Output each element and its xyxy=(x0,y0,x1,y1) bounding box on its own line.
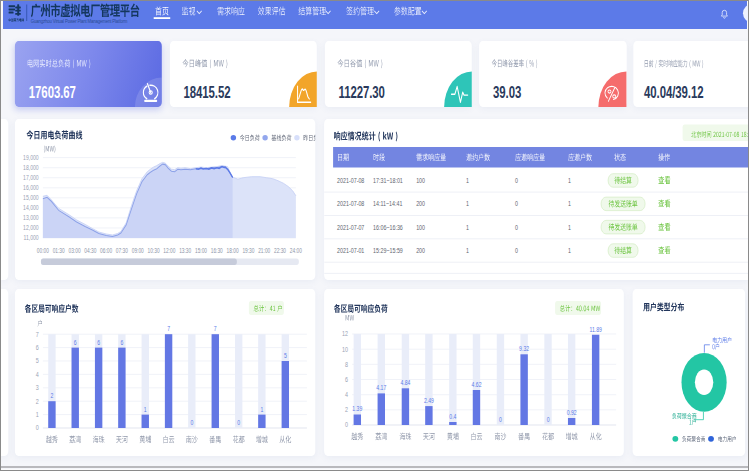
svg-text:200: 200 xyxy=(416,200,425,208)
svg-text:6: 6 xyxy=(36,343,39,351)
svg-text:6: 6 xyxy=(74,338,77,346)
svg-text:6: 6 xyxy=(97,338,100,346)
svg-text:1.39: 1.39 xyxy=(352,405,362,413)
svg-text:16:06~16:36: 16:06~16:36 xyxy=(373,223,403,231)
svg-text:2021-07-08: 2021-07-08 xyxy=(337,200,365,208)
svg-text:2021-07-07: 2021-07-07 xyxy=(337,223,365,231)
svg-text:0: 0 xyxy=(499,415,502,423)
svg-text:2.49: 2.49 xyxy=(424,396,434,404)
svg-text:22:30: 22:30 xyxy=(274,247,286,254)
svg-text:9.32: 9.32 xyxy=(519,344,529,352)
svg-text:1: 1 xyxy=(36,410,39,418)
svg-text:100: 100 xyxy=(416,176,425,184)
svg-text:0: 0 xyxy=(515,200,518,208)
svg-text:17,000: 17,000 xyxy=(23,173,39,181)
svg-text:2021-07-01: 2021-07-01 xyxy=(337,246,365,254)
svg-text:12:00: 12:00 xyxy=(163,247,175,254)
svg-text:3: 3 xyxy=(36,383,39,391)
svg-text:11,000: 11,000 xyxy=(24,234,40,242)
svg-text:1: 1 xyxy=(568,176,571,184)
svg-text:21:00: 21:00 xyxy=(258,247,270,254)
svg-text:15,000: 15,000 xyxy=(23,193,39,201)
svg-text:4.84: 4.84 xyxy=(400,378,410,386)
svg-text:7: 7 xyxy=(167,324,170,332)
svg-text:0: 0 xyxy=(547,415,550,423)
svg-text:1: 1 xyxy=(466,223,469,231)
svg-text:17:31~18:01: 17:31~18:01 xyxy=(373,176,403,184)
svg-text:1: 1 xyxy=(261,405,264,413)
svg-text:11.89: 11.89 xyxy=(589,325,602,333)
svg-text:6: 6 xyxy=(345,375,348,383)
svg-text:5: 5 xyxy=(36,357,39,365)
svg-text:0: 0 xyxy=(237,418,240,426)
svg-text:7: 7 xyxy=(36,330,39,338)
svg-text:15:29~15:59: 15:29~15:59 xyxy=(373,246,403,254)
svg-text:0: 0 xyxy=(515,176,518,184)
svg-text:8: 8 xyxy=(345,360,348,368)
svg-text:0.92: 0.92 xyxy=(567,408,577,416)
svg-text:03:00: 03:00 xyxy=(69,247,81,254)
svg-text:09:00: 09:00 xyxy=(132,247,144,254)
svg-text:7: 7 xyxy=(214,324,217,332)
svg-text:2: 2 xyxy=(51,391,54,399)
svg-text:1: 1 xyxy=(568,223,571,231)
svg-text:2: 2 xyxy=(36,397,39,405)
svg-text:07:30: 07:30 xyxy=(116,247,128,254)
svg-text:16,000: 16,000 xyxy=(23,183,39,191)
svg-text:1: 1 xyxy=(466,176,469,184)
svg-text:04:30: 04:30 xyxy=(84,247,96,254)
svg-text:0: 0 xyxy=(515,223,518,231)
svg-text:1: 1 xyxy=(568,200,571,208)
svg-text:0: 0 xyxy=(515,246,518,254)
svg-text:Guangzhou Virtual Power Plant: Guangzhou Virtual Power Plant Management… xyxy=(31,17,127,24)
svg-text:12,000: 12,000 xyxy=(23,224,39,232)
svg-text:4: 4 xyxy=(36,370,39,378)
svg-text:0.4: 0.4 xyxy=(449,412,457,420)
svg-text:13,000: 13,000 xyxy=(23,213,39,221)
svg-text:10:30: 10:30 xyxy=(148,247,160,254)
svg-text:1: 1 xyxy=(466,200,469,208)
svg-text:14,000: 14,000 xyxy=(23,203,39,211)
svg-text:14:11~14:41: 14:11~14:41 xyxy=(373,200,403,208)
svg-text:13:30: 13:30 xyxy=(179,247,191,254)
svg-text:19:30: 19:30 xyxy=(243,247,255,254)
svg-text:10: 10 xyxy=(342,345,348,353)
svg-text:5: 5 xyxy=(284,351,287,359)
svg-text:200: 200 xyxy=(416,246,425,254)
svg-text:1: 1 xyxy=(568,246,571,254)
svg-text:0: 0 xyxy=(36,424,39,432)
svg-text:19,000: 19,000 xyxy=(23,153,39,161)
svg-text:0: 0 xyxy=(191,418,194,426)
svg-text:4: 4 xyxy=(345,390,348,398)
svg-text:4.17: 4.17 xyxy=(376,384,386,392)
svg-text:1: 1 xyxy=(466,246,469,254)
svg-text:4.62: 4.62 xyxy=(471,380,481,388)
svg-text:18,000: 18,000 xyxy=(23,163,39,171)
svg-text:6: 6 xyxy=(121,338,124,346)
svg-text:2: 2 xyxy=(345,405,348,413)
svg-text:16:30: 16:30 xyxy=(211,247,223,254)
svg-text:12: 12 xyxy=(342,330,348,338)
svg-text:01:30: 01:30 xyxy=(53,247,65,254)
svg-text:1: 1 xyxy=(144,405,147,413)
svg-text:00:00: 00:00 xyxy=(37,247,49,254)
svg-text:2021-07-08: 2021-07-08 xyxy=(337,176,365,184)
svg-text:15:00: 15:00 xyxy=(195,247,207,254)
svg-text:0: 0 xyxy=(345,421,348,429)
svg-text:06:00: 06:00 xyxy=(100,247,112,254)
svg-text:18:00: 18:00 xyxy=(227,247,239,254)
svg-text:24:00: 24:00 xyxy=(290,247,302,254)
svg-text:100: 100 xyxy=(416,223,425,231)
